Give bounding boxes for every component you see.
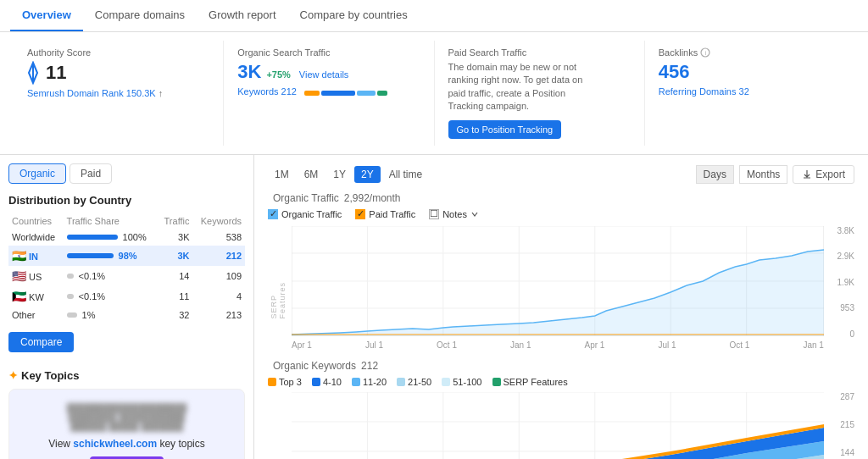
chevron-down-icon <box>470 210 479 218</box>
period-6m[interactable]: 6M <box>298 166 326 183</box>
svg-marker-17 <box>292 250 824 336</box>
y-axis-kw: 287 215 144 72 0 <box>826 392 854 459</box>
period-1m[interactable]: 1M <box>268 166 296 183</box>
kw-legend-4-10[interactable]: 4-10 <box>312 377 342 387</box>
svg-text:i: i <box>705 50 707 56</box>
legend-paid[interactable]: ✓ Paid Traffic <box>355 209 415 219</box>
kw-dot-51-100 <box>442 378 450 386</box>
right-controls: Days Months Export <box>696 165 854 184</box>
organic-keywords-sub: Keywords 212 <box>237 86 420 97</box>
legend-paid-checkbox: ✓ <box>355 209 365 219</box>
nav-compare-domains[interactable]: Compare domains <box>83 0 197 31</box>
metric-authority-score: Authority Score 11 Semrush Domain Rank 1… <box>14 41 224 146</box>
col-countries: Countries <box>8 213 64 229</box>
kw-dot-11-20 <box>352 378 360 386</box>
kw-dot-4-10 <box>312 378 320 386</box>
organic-traffic-value: 3K <box>237 61 261 83</box>
kw-dot-top3 <box>268 378 276 386</box>
key-topics-blur: ████████████████████ ████████ ██████████… <box>23 403 231 431</box>
key-topics-text: View schickwheel.com key topics <box>23 438 231 450</box>
col-traffic: Traffic <box>158 213 192 229</box>
right-panel: 1M 6M 1Y 2Y All time Days Months Export … <box>254 155 868 459</box>
authority-arrow-icon <box>27 61 39 85</box>
paid-traffic-label: Paid Search Traffic <box>448 47 631 58</box>
kw-legend-serp[interactable]: SERP Features <box>492 377 568 387</box>
kw-legend-row: Top 3 4-10 11-20 21-50 51-100 SERP Featu… <box>268 377 854 387</box>
kw-value: 212 <box>193 246 246 266</box>
view-days[interactable]: Days <box>696 165 734 184</box>
kw-dot-serp <box>492 378 501 386</box>
keywords-chart-wrapper: 287 215 144 72 0 Apr 1 Jul 1 Oct 1 Jan 1… <box>268 392 854 459</box>
traffic-chart-area: 3.8K 2.9K 1.9K 953 0 <box>292 226 824 339</box>
nav-compare-countries[interactable]: Compare by countries <box>288 0 420 31</box>
period-1y[interactable]: 1Y <box>326 166 353 183</box>
table-row: Other 1% 32 213 <box>8 307 245 324</box>
key-topics-title: ✦ Key Topics <box>8 369 245 382</box>
table-row: Worldwide 100% 3K 538 <box>8 229 245 246</box>
key-topics-card: ████████████████████ ████████ ██████████… <box>8 389 245 459</box>
kw-value: 4 <box>193 286 246 307</box>
main-content: Organic Paid Distribution by Country Cou… <box>0 155 868 459</box>
traffic-bar-cell: 1% <box>64 307 159 324</box>
traffic-value: 3K <box>158 246 192 266</box>
nav-overview[interactable]: Overview <box>10 0 83 31</box>
get-topics-button[interactable]: Get topics <box>90 456 163 459</box>
country-table: Countries Traffic Share Traffic Keywords… <box>8 213 245 324</box>
organic-traffic-label: Organic Search Traffic <box>237 47 420 58</box>
col-traffic-share: Traffic Share <box>64 213 159 229</box>
export-icon <box>802 169 812 180</box>
authority-score-sub: Semrush Domain Rank 150.3K ↑ <box>27 88 209 98</box>
kw-chart-area: 287 215 144 72 0 <box>292 392 824 459</box>
organic-traffic-chart-title: Organic Traffic2,992/month <box>268 191 854 204</box>
legend-notes[interactable]: ☐ Notes <box>429 209 479 219</box>
legend-notes-checkbox: ☐ <box>429 209 439 219</box>
country-name: 🇰🇼 KW <box>8 286 64 307</box>
tab-row: Organic Paid <box>8 163 245 184</box>
table-row: 🇺🇸 US <0.1% 14 109 <box>8 266 245 286</box>
traffic-bar-cell: <0.1% <box>64 266 159 286</box>
tab-organic[interactable]: Organic <box>8 163 66 184</box>
serp-label: SERP Features <box>270 257 287 318</box>
metrics-bar: Authority Score 11 Semrush Domain Rank 1… <box>0 32 868 155</box>
traffic-chart-svg <box>292 226 824 336</box>
period-buttons: 1M 6M 1Y 2Y All time <box>268 166 429 183</box>
kw-value: 213 <box>193 307 246 324</box>
col-keywords: Keywords <box>193 213 246 229</box>
period-all[interactable]: All time <box>382 166 429 183</box>
distribution-title: Distribution by Country <box>8 194 245 207</box>
metric-organic-traffic: Organic Search Traffic 3K +75% View deta… <box>224 41 434 146</box>
traffic-bar-cell: 98% <box>64 246 159 266</box>
authority-score-label: Authority Score <box>27 47 209 58</box>
organic-keywords-chart-title: Organic Keywords212 <box>268 358 854 372</box>
y-axis-traffic: 3.8K 2.9K 1.9K 953 0 <box>826 226 854 339</box>
export-button[interactable]: Export <box>793 165 854 184</box>
x-axis-traffic: Apr 1 Jul 1 Oct 1 Jan 1 Apr 1 Jul 1 Oct … <box>292 340 824 350</box>
table-row: 🇰🇼 KW <0.1% 11 4 <box>8 286 245 307</box>
tab-paid[interactable]: Paid <box>70 163 112 184</box>
country-name: 🇮🇳 IN <box>8 246 64 266</box>
traffic-bar-cell: 100% <box>64 229 159 246</box>
position-tracking-button[interactable]: Go to Position Tracking <box>448 120 562 139</box>
kw-chart-svg <box>292 392 824 459</box>
kw-legend-11-20[interactable]: 11-20 <box>352 377 387 387</box>
country-name: Other <box>8 307 64 324</box>
kw-legend-51-100[interactable]: 51-100 <box>442 377 481 387</box>
period-2y[interactable]: 2Y <box>354 166 381 183</box>
organic-traffic-chart-wrapper: SERP Features <box>268 226 854 350</box>
backlinks-label: Backlinks i <box>659 47 841 58</box>
view-details-link[interactable]: View details <box>299 69 349 80</box>
compare-button[interactable]: Compare <box>8 332 74 352</box>
legend-organic[interactable]: ✓ Organic Traffic <box>268 209 342 219</box>
top-nav: Overview Compare domains Growth report C… <box>0 0 868 32</box>
kw-legend-top3[interactable]: Top 3 <box>268 377 302 387</box>
backlinks-value: 456 <box>659 61 841 83</box>
legend-organic-checkbox: ✓ <box>268 209 278 219</box>
kw-value: 538 <box>193 229 246 246</box>
metric-backlinks: Backlinks i 456 Referring Domains 32 <box>645 41 854 146</box>
view-months[interactable]: Months <box>739 165 787 184</box>
kw-legend-21-50[interactable]: 21-50 <box>397 377 431 387</box>
nav-growth-report[interactable]: Growth report <box>197 0 287 31</box>
country-name: 🇺🇸 US <box>8 266 64 286</box>
country-name: Worldwide <box>8 229 64 246</box>
info-icon: i <box>700 47 710 58</box>
